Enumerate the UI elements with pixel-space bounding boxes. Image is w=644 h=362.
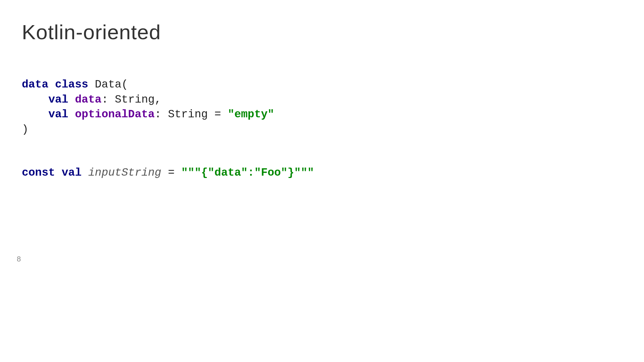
class-name: Data( bbox=[88, 78, 128, 91]
keyword-val: val bbox=[48, 108, 68, 121]
type-string-default: : String = bbox=[155, 108, 228, 121]
space bbox=[82, 167, 88, 179]
variable-inputstring: inputString bbox=[88, 167, 161, 179]
indent bbox=[22, 94, 48, 106]
close-paren: ) bbox=[22, 123, 29, 136]
slide-container: Kotlin-oriented data class Data( val dat… bbox=[0, 0, 488, 274]
string-json: """{"data":"Foo"}""" bbox=[181, 167, 314, 179]
string-empty: "empty" bbox=[228, 108, 274, 121]
code-block-1: data class Data( val data: String, val o… bbox=[22, 77, 467, 137]
page-number: 8 bbox=[17, 255, 21, 263]
property-data: data bbox=[68, 94, 102, 106]
keyword-val: val bbox=[48, 94, 68, 106]
type-string: : String, bbox=[102, 94, 161, 106]
slide-title: Kotlin-oriented bbox=[22, 20, 467, 44]
property-optionaldata: optionalData bbox=[68, 108, 155, 121]
code-block-2: const val inputString = """{"data":"Foo"… bbox=[22, 166, 467, 181]
equals: = bbox=[161, 167, 181, 179]
indent bbox=[22, 108, 48, 121]
keyword-data-class: data class bbox=[22, 78, 88, 91]
keyword-const-val: const val bbox=[22, 167, 82, 179]
